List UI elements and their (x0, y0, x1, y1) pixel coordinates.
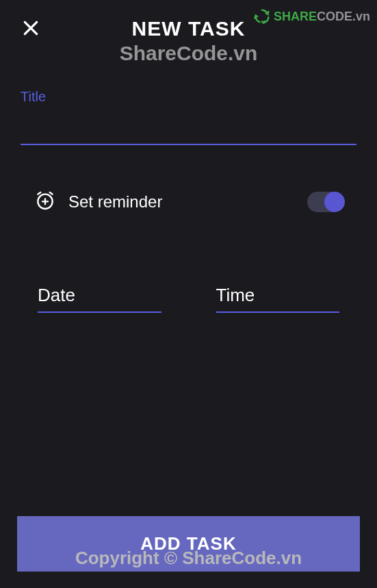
reminder-toggle[interactable] (307, 192, 343, 212)
close-button[interactable] (22, 19, 40, 40)
recycle-icon (252, 7, 272, 26)
watermark-logo: SHARECODE.vn (252, 7, 370, 26)
reminder-row: Set reminder (21, 190, 356, 214)
watermark-share: SHARE (274, 10, 317, 23)
date-input[interactable] (38, 279, 161, 313)
add-task-button[interactable]: ADD TASK (17, 516, 360, 572)
title-field-label: Title (21, 89, 356, 105)
datetime-row (21, 279, 356, 313)
reminder-label: Set reminder (68, 192, 307, 212)
watermark-suffix: .vn (352, 10, 370, 23)
watermark-subtitle: ShareCode.vn (21, 42, 356, 65)
close-icon (22, 19, 40, 37)
watermark-code: CODE (317, 10, 352, 23)
toggle-knob (324, 192, 345, 212)
time-input[interactable] (216, 279, 340, 313)
alarm-add-icon (34, 190, 56, 214)
title-input[interactable] (21, 112, 356, 145)
